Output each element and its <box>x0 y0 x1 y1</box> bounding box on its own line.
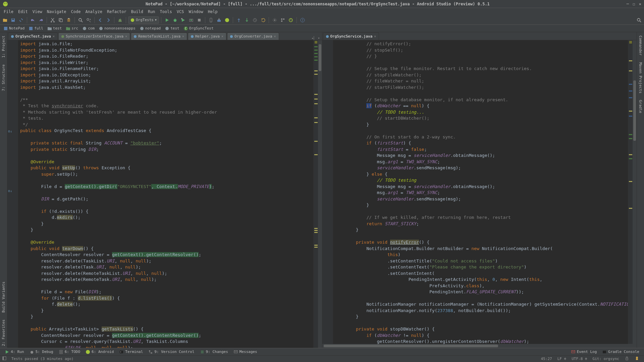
menu-edit[interactable]: Edit <box>16 9 30 15</box>
tabs-scroll-right-icon[interactable]: ▸▏ <box>312 36 316 40</box>
close-button[interactable]: ✕ <box>639 2 641 6</box>
copy-icon[interactable] <box>57 16 64 24</box>
menu-navigate[interactable]: Navigate <box>45 9 69 15</box>
close-tab-icon[interactable]: × <box>274 35 276 38</box>
open-file-icon[interactable] <box>1 16 9 24</box>
stop-icon[interactable] <box>196 16 203 24</box>
undo-icon[interactable] <box>29 16 37 24</box>
breadcrumb-folder[interactable]: src <box>64 25 80 32</box>
breadcrumb-class[interactable]: COrgSyncTest <box>181 25 216 32</box>
back-icon[interactable] <box>97 16 104 24</box>
line-separator[interactable]: LF ≑ <box>555 357 569 361</box>
tool-maven[interactable]: Maven Projects <box>638 60 643 96</box>
tab-orgsyncservice[interactable]: OrgSyncService.java× <box>323 33 379 40</box>
close-tab-icon[interactable]: × <box>221 35 223 38</box>
override-marker-icon[interactable]: o↓ <box>8 129 12 133</box>
save-all-icon[interactable] <box>9 16 17 24</box>
vcs-update-icon[interactable] <box>235 16 243 24</box>
editor-gutter-right[interactable] <box>322 40 333 344</box>
tool-project[interactable]: 1: Project <box>1 34 6 60</box>
breadcrumb-package[interactable]: test <box>163 25 181 32</box>
cursor-position[interactable]: 45:27 <box>538 357 555 361</box>
tool-todo[interactable]: 6: TODO <box>56 350 83 354</box>
horizontal-scrollbar[interactable] <box>322 344 637 348</box>
maximize-button[interactable]: ☐ <box>633 2 635 6</box>
run-config-selector[interactable]: OrgTests ▼ <box>128 16 159 24</box>
editor-gutter-left[interactable]: o↓ o↓ <box>7 40 18 348</box>
ddms-icon[interactable] <box>223 16 231 24</box>
tool-terminal[interactable]: Terminal <box>116 350 146 354</box>
menu-run[interactable]: Run <box>146 9 158 15</box>
tool-vcs[interactable]: 9: Version Control <box>146 350 197 354</box>
tool-build-variants[interactable]: Build Variants <box>1 280 6 315</box>
menu-analyze[interactable]: Analyze <box>83 9 105 15</box>
paste-icon[interactable] <box>65 16 72 24</box>
sync-gradle-icon[interactable] <box>287 16 294 24</box>
error-stripe-right[interactable] <box>628 40 633 344</box>
settings-icon[interactable] <box>271 16 278 24</box>
close-tab-icon[interactable]: × <box>182 35 184 38</box>
close-tab-icon[interactable]: × <box>374 35 376 38</box>
redo-icon[interactable] <box>37 16 45 24</box>
debug-icon[interactable] <box>171 16 179 24</box>
editor-left[interactable]: o↓ o↓ import java.io.File; import java.i… <box>7 40 322 348</box>
read-only-toggle-icon[interactable] <box>622 356 632 362</box>
menu-window[interactable]: Window <box>186 9 205 15</box>
file-encoding[interactable]: UTF-8 ≑ <box>569 357 590 361</box>
close-tab-icon[interactable]: × <box>53 35 55 38</box>
breadcrumb-package[interactable]: com <box>80 25 97 32</box>
vertical-scrollbar[interactable] <box>318 40 322 348</box>
override-marker-icon[interactable]: o↓ <box>8 189 12 193</box>
tool-structure[interactable]: 7: Structure <box>1 62 6 93</box>
tool-run[interactable]: 4: Run <box>2 350 27 354</box>
editor-right[interactable]: // notifyError(); // stopSelf(); // } //… <box>322 40 637 348</box>
breadcrumb-package[interactable]: nononsenseapps <box>97 25 138 32</box>
tool-gradle[interactable]: Gradle <box>638 98 643 115</box>
code-area-right[interactable]: // notifyError(); // stopSelf(); // } //… <box>333 40 628 344</box>
menu-build[interactable]: Build <box>129 9 146 15</box>
tab-helper[interactable]: Helper.java× <box>188 33 226 40</box>
breadcrumb-package[interactable]: notepad <box>138 25 163 32</box>
inspection-indicator-icon[interactable] <box>315 41 317 44</box>
tool-debug[interactable]: 5: Debug <box>27 350 56 354</box>
menu-refactor[interactable]: Refactor <box>105 9 129 15</box>
make-project-icon[interactable] <box>116 16 124 24</box>
menu-code[interactable]: Code <box>69 9 83 15</box>
menu-help[interactable]: Help <box>206 9 220 15</box>
vcs-history-icon[interactable] <box>251 16 259 24</box>
tool-messages[interactable]: Messages <box>231 350 260 354</box>
search-everywhere-icon[interactable] <box>635 16 643 24</box>
breadcrumb-project[interactable]: NotePad <box>1 25 26 32</box>
code-area-left[interactable]: import java.io.File; import java.io.File… <box>18 40 313 348</box>
tab-orgconverter[interactable]: OrgConverter.java× <box>227 33 279 40</box>
inspection-indicator-icon[interactable] <box>629 41 632 44</box>
tabs-list-icon[interactable]: ▾ <box>318 36 320 40</box>
menu-file[interactable]: File <box>1 9 16 15</box>
tool-gradle-console[interactable]: Gradle Console <box>599 350 642 354</box>
help-icon[interactable]: ? <box>299 16 306 24</box>
project-structure-icon[interactable] <box>279 16 286 24</box>
find-icon[interactable] <box>77 16 84 24</box>
breadcrumb-folder[interactable]: test <box>45 25 64 32</box>
cut-icon[interactable] <box>49 16 56 24</box>
toolwindows-toggle-icon[interactable] <box>2 356 9 362</box>
tool-eventlog[interactable]: Event Log <box>568 350 600 354</box>
tool-android[interactable]: 6: Android <box>83 350 116 354</box>
replace-icon[interactable] <box>85 16 92 24</box>
forward-icon[interactable] <box>105 16 112 24</box>
avd-manager-icon[interactable] <box>207 16 215 24</box>
tool-favorites[interactable]: 2: Favorites <box>1 317 6 348</box>
close-tab-icon[interactable]: × <box>125 35 127 38</box>
run-tests-icon[interactable] <box>179 16 187 24</box>
run-icon[interactable] <box>163 16 171 24</box>
menu-view[interactable]: View <box>30 9 45 15</box>
git-branch[interactable]: Git: orgsync <box>590 357 622 361</box>
hector-icon[interactable] <box>632 356 642 362</box>
error-stripe-left[interactable] <box>313 40 318 348</box>
sync-icon[interactable] <box>17 16 25 24</box>
menu-vcs[interactable]: VCS <box>174 9 186 15</box>
breadcrumb-module[interactable]: full <box>26 25 45 32</box>
vcs-commit-icon[interactable] <box>243 16 251 24</box>
tab-synchronizerinterface[interactable]: SynchronizerInterface.java× <box>58 33 130 40</box>
vcs-revert-icon[interactable] <box>259 16 267 24</box>
